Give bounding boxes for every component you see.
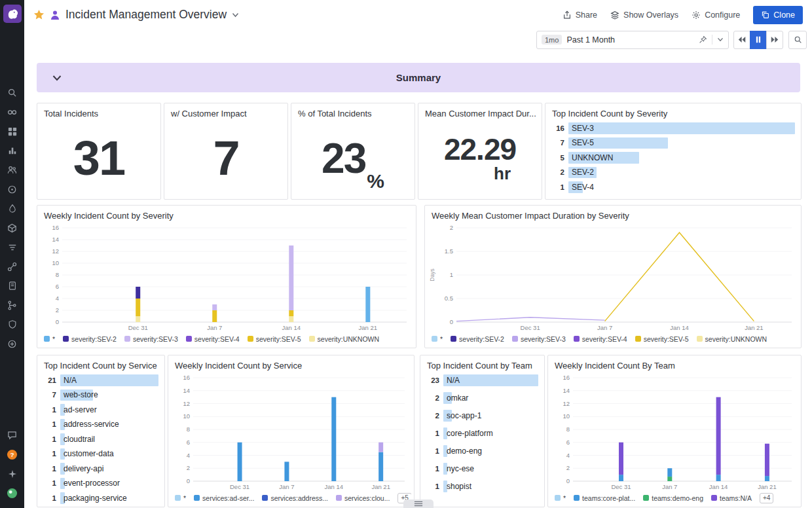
- timerange-picker[interactable]: 1mo Past 1 Month: [536, 31, 729, 49]
- widget-mean-impact-duration[interactable]: Mean Customer Impact Dur... 22.29 hr: [418, 103, 542, 200]
- toplist-label: event-processor: [64, 479, 120, 488]
- widget-top-team[interactable]: Top Incident Count by Team 23N/A2omkar2s…: [420, 355, 545, 507]
- gear-icon: [692, 10, 701, 20]
- toplist-row[interactable]: 1ad-server: [41, 404, 158, 416]
- legend-item[interactable]: severity:UNKNOWN: [697, 335, 767, 343]
- pause-button[interactable]: [750, 31, 767, 49]
- help-icon[interactable]: ?: [0, 445, 24, 465]
- toplist-row[interactable]: 1cloudtrail: [41, 433, 158, 445]
- widget-top-service[interactable]: Top Incident Count by Service 21N/A7web-…: [37, 355, 165, 507]
- toplist-row[interactable]: 1demo-eng: [424, 445, 538, 457]
- legend-item[interactable]: severity:SEV-5: [635, 335, 689, 343]
- bar-chart-weekly-service[interactable]: 0246810121416Dec 31Jan 7Jan 14Jan 21: [171, 372, 410, 491]
- clone-button[interactable]: Clone: [753, 6, 803, 24]
- widget-pct-total-incidents[interactable]: % of Total Incidents 23 %: [291, 103, 415, 200]
- user-avatar[interactable]: [0, 484, 24, 503]
- search-icon[interactable]: [0, 83, 24, 103]
- notebooks-icon[interactable]: [0, 276, 24, 296]
- logs-icon[interactable]: [0, 238, 24, 257]
- feedback-chat-icon[interactable]: [0, 426, 24, 445]
- configure-button[interactable]: Configure: [692, 10, 740, 20]
- toplist-row[interactable]: 7SEV-5: [549, 137, 795, 149]
- toplist-row[interactable]: 1customer-data: [41, 448, 158, 460]
- summary-section-header[interactable]: Summary: [37, 63, 800, 92]
- legend-item[interactable]: services:address...: [262, 494, 328, 502]
- security-icon[interactable]: [0, 315, 24, 335]
- title-caret-icon[interactable]: [232, 12, 239, 18]
- legend-item[interactable]: severity:SEV-5: [248, 335, 301, 343]
- toplist-row[interactable]: 2SEV-2: [549, 167, 795, 179]
- favorite-star-icon[interactable]: [33, 9, 45, 20]
- widget-weekly-team-count[interactable]: Weekly Incident Count By Team 0246810121…: [547, 355, 802, 507]
- dashboards-icon[interactable]: [0, 122, 24, 141]
- legend-item[interactable]: severity:UNKNOWN: [309, 335, 380, 343]
- sidebar-nav: [0, 83, 24, 354]
- integrations-icon[interactable]: [0, 335, 24, 354]
- toplist-row[interactable]: 2omkar: [424, 392, 538, 404]
- legend-more-badge[interactable]: +4: [760, 493, 773, 503]
- legend-item[interactable]: severity:SEV-3: [124, 335, 178, 343]
- legend-item[interactable]: severity:SEV-3: [512, 335, 566, 343]
- toplist-row[interactable]: 1SEV-4: [549, 181, 795, 193]
- toplist-row[interactable]: 5UNKNOWN: [549, 152, 795, 164]
- toplist-row[interactable]: 21N/A: [41, 374, 158, 386]
- toplist-row[interactable]: 1address-service: [41, 419, 158, 431]
- zoom-button[interactable]: [788, 31, 807, 49]
- toplist-row[interactable]: 1nyc-ese: [424, 463, 538, 475]
- processes-icon[interactable]: [0, 219, 24, 238]
- timerange-caret-icon[interactable]: [717, 37, 724, 42]
- widget-top-severity[interactable]: Top Incident Count by Severity 16SEV-37S…: [545, 103, 802, 200]
- legend-item[interactable]: *: [44, 335, 55, 343]
- toplist-row[interactable]: 1delivery-api: [41, 463, 158, 475]
- toplist-count: 1: [41, 450, 56, 458]
- toplist-row[interactable]: 23N/A: [424, 374, 538, 386]
- legend-item[interactable]: *: [555, 494, 566, 502]
- legend-item[interactable]: *: [432, 335, 443, 343]
- legend-item[interactable]: teams:N/A: [711, 494, 752, 502]
- toplist-row[interactable]: 1core-platform: [424, 427, 538, 439]
- legend-item[interactable]: severity:SEV-2: [63, 335, 117, 343]
- toplist-row[interactable]: 16SEV-3: [549, 122, 795, 134]
- bar-chart-weekly-team[interactable]: 0246810121416Dec 31Jan 7Jan 14Jan 21: [551, 372, 797, 491]
- widget-total-incidents[interactable]: Total Incidents 31: [37, 103, 161, 200]
- toplist-row[interactable]: 2soc-app-1: [424, 410, 538, 422]
- metrics-icon[interactable]: [0, 141, 24, 161]
- collapse-chevron-icon[interactable]: [52, 75, 62, 81]
- bar-chart-weekly-severity[interactable]: 0246810121416Dec 31Jan 7Jan 14Jan 21: [40, 223, 412, 332]
- svg-text:8: 8: [566, 426, 570, 433]
- legend-item[interactable]: teams:core-plat...: [574, 494, 635, 502]
- datadog-logo[interactable]: [3, 5, 22, 23]
- users-icon[interactable]: [0, 160, 24, 180]
- toplist-row[interactable]: 1packaging-service: [41, 492, 158, 504]
- forward-button[interactable]: [766, 31, 783, 49]
- ci-cd-icon[interactable]: [0, 296, 24, 316]
- toplist-row[interactable]: 1event-processor: [41, 478, 158, 490]
- legend-item[interactable]: services:clou...: [336, 494, 390, 502]
- synthetics-icon[interactable]: [0, 180, 24, 200]
- whats-new-sparkle-icon[interactable]: [0, 464, 24, 484]
- toplist-row[interactable]: 7web-store: [41, 390, 158, 401]
- toplist-count: 1: [41, 479, 56, 487]
- legend-item[interactable]: severity:SEV-4: [574, 335, 627, 343]
- apm-icon[interactable]: [0, 199, 24, 219]
- service-map-icon[interactable]: [0, 257, 24, 277]
- pin-icon[interactable]: [699, 35, 707, 44]
- widget-weekly-mean-duration[interactable]: Weekly Mean Customer Impact Duration by …: [424, 205, 802, 348]
- toplist-count: 1: [549, 183, 564, 191]
- toplist-row[interactable]: 1shopist: [424, 481, 538, 492]
- watchdog-icon[interactable]: [0, 103, 24, 122]
- legend-item[interactable]: severity:SEV-2: [451, 335, 504, 343]
- line-chart-weekly-duration[interactable]: 00.511.52Dec 31Jan 7Jan 14Jan 21Days: [428, 223, 797, 332]
- backward-button[interactable]: [733, 31, 750, 49]
- toplist-count: 1: [424, 482, 439, 490]
- widget-weekly-severity-count[interactable]: Weekly Incident Count by Severity 024681…: [37, 205, 416, 348]
- legend-item[interactable]: *: [175, 494, 186, 502]
- widget-customer-impact[interactable]: w/ Customer Impact 7: [164, 103, 288, 200]
- widget-drawer-handle[interactable]: [403, 499, 434, 508]
- legend-item[interactable]: teams:demo-eng: [643, 494, 703, 502]
- share-button[interactable]: Share: [563, 10, 597, 20]
- legend-item[interactable]: severity:SEV-4: [186, 335, 240, 343]
- show-overlays-button[interactable]: Show Overlays: [610, 10, 678, 20]
- legend-item[interactable]: services:ad-ser...: [194, 494, 254, 502]
- widget-weekly-service-count[interactable]: Weekly Incident Count by Service 0246810…: [168, 355, 415, 507]
